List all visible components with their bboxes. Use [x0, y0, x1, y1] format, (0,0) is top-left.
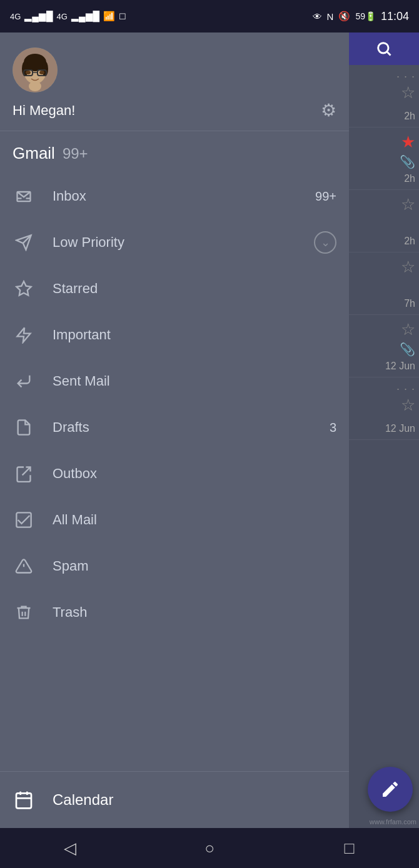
avatar [13, 47, 58, 92]
gmail-header: Gmail 99+ [13, 144, 336, 163]
important-label: Important [53, 327, 336, 343]
user-row: Hi Megan! ⚙ [13, 100, 336, 121]
recents-icon: □ [344, 839, 354, 858]
compose-fab[interactable] [368, 767, 413, 812]
trash-label: Trash [53, 604, 336, 621]
star-icon[interactable]: ☆ [401, 320, 415, 339]
low-priority-label: Low Priority [53, 234, 314, 251]
status-signal: 4G ▂▄▆█ 4G ▂▄▆█ 📶 ☐ [10, 11, 126, 22]
more-dots-icon: · · · [396, 382, 415, 396]
svg-point-9 [26, 71, 31, 74]
spam-icon [13, 555, 35, 577]
more-dots-icon: · · · [396, 70, 415, 83]
email-time: 2h [404, 173, 415, 184]
sidebar-item-sent-mail[interactable]: Sent Mail [0, 358, 349, 404]
main-layout: Hi Megan! ⚙ Gmail 99+ [0, 32, 419, 828]
sidebar-item-important[interactable]: Important [0, 312, 349, 358]
sidebar-item-outbox[interactable]: Outbox [0, 451, 349, 497]
star-icon-active[interactable]: ★ [401, 132, 415, 152]
sidebar-item-inbox[interactable]: Inbox 99+ [0, 173, 349, 219]
low-priority-chevron[interactable]: ⌄ [314, 231, 336, 254]
watermark: www.frfam.com [370, 818, 416, 826]
battery-icon: 59🔋 [355, 11, 376, 21]
home-button[interactable]: ○ [194, 832, 225, 864]
all-mail-icon [13, 509, 35, 531]
star-icon[interactable]: ☆ [401, 83, 415, 102]
star-icon[interactable]: ☆ [401, 195, 415, 214]
chevron-down-icon: ⌄ [321, 236, 330, 249]
outbox-label: Outbox [53, 466, 336, 482]
drafts-label: Drafts [53, 419, 325, 436]
signal-bars-2: ▂▄▆█ [71, 11, 99, 22]
attachment-icon: 📎 [400, 154, 415, 169]
attachment-icon: 📎 [400, 342, 415, 357]
low-priority-icon [13, 231, 35, 254]
email-time: 2h [404, 111, 415, 122]
inbox-icon [13, 185, 35, 207]
nav-list: Inbox 99+ Low Priority ⌄ [0, 168, 349, 771]
spam-label: Spam [53, 558, 336, 574]
svg-rect-20 [16, 793, 31, 808]
email-time: 12 Jun [385, 361, 415, 372]
mute-icon: 🔇 [338, 11, 350, 22]
trash-icon [13, 601, 35, 624]
right-panel-item: · · · ☆ 2h [349, 65, 419, 127]
sidebar-item-calendar[interactable]: Calendar [0, 777, 349, 823]
sent-mail-icon [13, 370, 35, 392]
signal-bars-1: ▂▄▆█ [24, 11, 53, 22]
sidebar-item-trash[interactable]: Trash [0, 589, 349, 636]
recents-button[interactable]: □ [333, 832, 365, 864]
sent-mail-label: Sent Mail [53, 373, 336, 389]
calendar-section: Calendar [0, 771, 349, 828]
starred-label: Starred [53, 281, 336, 297]
status-bar: 4G ▂▄▆█ 4G ▂▄▆█ 📶 ☐ 👁 N 🔇 59🔋 11:04 [0, 0, 419, 32]
email-time: 12 Jun [385, 423, 415, 434]
wifi-icon: 📶 [103, 11, 115, 22]
drafts-badge: 3 [330, 421, 336, 435]
star-icon[interactable]: ☆ [401, 257, 415, 277]
sidebar-item-spam[interactable]: Spam [0, 543, 349, 589]
right-panel-item: ☆ 📎 12 Jun [349, 315, 419, 377]
svg-line-25 [387, 52, 390, 55]
email-time: 7h [404, 298, 415, 309]
sidebar-item-all-mail[interactable]: All Mail [0, 497, 349, 543]
screen-icon: ☐ [119, 12, 126, 21]
nfc-icon: N [327, 11, 334, 22]
important-icon [13, 324, 35, 346]
svg-point-24 [378, 43, 388, 53]
user-greeting: Hi Megan! [13, 102, 75, 119]
compose-icon [380, 779, 400, 799]
sidebar-item-starred[interactable]: Starred [0, 266, 349, 312]
right-panel-item: ☆ 7h [349, 252, 419, 315]
right-panel-item: ★ 📎 2h [349, 127, 419, 190]
right-panel-item: ☆ 2h [349, 190, 419, 252]
svg-marker-16 [16, 281, 31, 295]
right-panel: · · · ☆ 2h ★ 📎 2h ☆ 2h ☆ 7h ☆ 📎 12 Jun [349, 32, 419, 828]
home-icon: ○ [204, 839, 215, 858]
outbox-icon [13, 462, 35, 485]
back-icon: ◁ [64, 839, 76, 858]
back-button[interactable]: ◁ [54, 832, 86, 864]
inbox-badge: 99+ [315, 189, 336, 204]
eye-icon: 👁 [313, 11, 322, 22]
avatar-image [13, 47, 58, 92]
avatar-row [13, 47, 336, 92]
starred-icon [13, 277, 35, 300]
sidebar-item-drafts[interactable]: Drafts 3 [0, 404, 349, 451]
drawer: Hi Megan! ⚙ Gmail 99+ [0, 32, 349, 828]
drafts-icon [13, 416, 35, 439]
search-button[interactable] [349, 32, 419, 65]
signal-4g-2: 4G [57, 12, 68, 21]
status-time: 11:04 [381, 10, 409, 23]
star-icon[interactable]: ☆ [401, 396, 415, 415]
gmail-label: Gmail [13, 144, 55, 163]
sidebar-item-low-priority[interactable]: Low Priority ⌄ [0, 219, 349, 266]
nav-bar: ◁ ○ □ [0, 828, 419, 868]
calendar-label: Calendar [53, 791, 113, 809]
settings-icon[interactable]: ⚙ [321, 100, 336, 121]
calendar-icon [13, 789, 35, 811]
all-mail-label: All Mail [53, 512, 336, 528]
signal-4g-1: 4G [10, 12, 21, 21]
inbox-label: Inbox [53, 188, 310, 204]
email-time: 2h [404, 236, 415, 247]
